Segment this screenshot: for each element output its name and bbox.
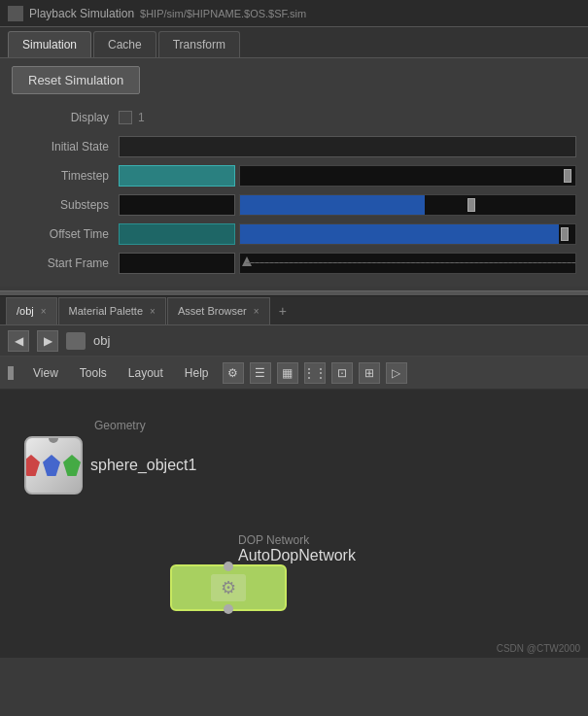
toolbar-row: View Tools Layout Help ⚙ ☰ ▦ ⋮⋮ ⊡ ⊞ ▷ bbox=[0, 357, 588, 390]
net-tab-asset-close[interactable]: × bbox=[254, 306, 259, 317]
net-tab-obj-close[interactable]: × bbox=[41, 306, 47, 317]
dop-type-label: DOP Network bbox=[238, 533, 356, 547]
net-tab-asset[interactable]: Asset Browser × bbox=[167, 297, 270, 324]
start-frame-row: Start Frame 1 bbox=[12, 250, 576, 277]
substeps-control: 3 bbox=[119, 194, 576, 216]
start-frame-marker bbox=[242, 256, 252, 266]
network-view: Geometry sphere_object1 DOP Network Auto… bbox=[0, 390, 588, 658]
net-tab-obj-label: /obj bbox=[17, 305, 34, 317]
toolbar-snap-icon[interactable]: ⊡ bbox=[331, 362, 353, 384]
net-tab-asset-label: Asset Browser bbox=[178, 305, 247, 317]
display-row: Display 1 bbox=[12, 104, 576, 131]
nav-path-label: obj bbox=[93, 333, 110, 348]
net-tab-material-label: Material Palette bbox=[69, 305, 143, 317]
nav-back-button[interactable]: ◀ bbox=[8, 330, 29, 352]
tab-transform[interactable]: Transform bbox=[158, 31, 240, 57]
dop-network-node[interactable]: DOP Network AutoDopNetwork ⚙ bbox=[170, 533, 356, 611]
timestep-input[interactable]: 0.0138889 bbox=[119, 165, 235, 187]
display-control: 1 bbox=[119, 111, 576, 124]
geometry-node-icon[interactable] bbox=[24, 436, 83, 494]
nav-forward-button[interactable]: ▶ bbox=[37, 330, 58, 352]
dop-connector-top bbox=[224, 562, 233, 571]
offset-time-input[interactable]: 0 bbox=[119, 223, 235, 245]
geometry-connector-top bbox=[49, 436, 58, 443]
dop-connector-bottom bbox=[224, 604, 233, 614]
timestep-label: Timestep bbox=[12, 169, 119, 183]
toolbar-help-btn[interactable]: Help bbox=[177, 363, 217, 383]
dop-glyph: ⚙ bbox=[221, 577, 236, 598]
substeps-slider-fill bbox=[240, 195, 425, 215]
display-label: Display bbox=[12, 111, 119, 124]
main-tabs-row: Simulation Cache Transform bbox=[0, 27, 588, 58]
substeps-input[interactable]: 3 bbox=[119, 194, 235, 216]
watermark: CSDN @CTW2000 bbox=[497, 643, 580, 654]
toolbar-view-btn[interactable]: View bbox=[25, 363, 66, 383]
net-tab-material-close[interactable]: × bbox=[150, 306, 156, 317]
start-frame-line bbox=[246, 262, 575, 263]
toolbar-extra-icon[interactable]: ▷ bbox=[386, 362, 407, 384]
dop-network-name: AutoDopNetwork bbox=[238, 547, 356, 564]
start-frame-input[interactable]: 1 bbox=[119, 253, 235, 274]
timestep-row: Timestep 0.0138889 bbox=[12, 162, 576, 189]
top-bar-path: $HIP/sim/$HIPNAME.$OS.$SF.sim bbox=[140, 8, 306, 19]
toolbar-tools-btn[interactable]: Tools bbox=[72, 363, 115, 383]
reset-simulation-button[interactable]: Reset Simulation bbox=[12, 66, 140, 94]
toolbar-gear-icon[interactable]: ⚙ bbox=[223, 362, 244, 384]
top-bar-title: Playback Simulation bbox=[29, 7, 134, 20]
display-value: 1 bbox=[138, 111, 145, 124]
substeps-label: Substeps bbox=[12, 198, 119, 212]
gem-green bbox=[63, 455, 81, 476]
playback-icon bbox=[8, 6, 23, 21]
net-tab-material[interactable]: Material Palette × bbox=[58, 297, 166, 324]
offset-time-slider[interactable] bbox=[239, 223, 576, 245]
simulation-panel: Reset Simulation Display 1 Initial State… bbox=[0, 58, 588, 287]
nav-bar: ◀ ▶ obj bbox=[0, 325, 588, 357]
offset-time-handle[interactable] bbox=[561, 227, 569, 241]
start-frame-label: Start Frame bbox=[12, 256, 119, 270]
gem-red bbox=[24, 455, 40, 476]
toolbar-grid-icon[interactable]: ▦ bbox=[277, 362, 298, 384]
net-tab-add-button[interactable]: + bbox=[271, 297, 294, 324]
toolbar-collapse-icon[interactable] bbox=[8, 366, 19, 380]
toolbar-list-icon[interactable]: ☰ bbox=[250, 362, 271, 384]
substeps-handle[interactable] bbox=[467, 198, 475, 212]
initial-state-input[interactable] bbox=[119, 136, 576, 157]
net-tab-obj[interactable]: /obj × bbox=[6, 297, 57, 324]
display-checkbox[interactable] bbox=[119, 111, 132, 124]
substeps-slider[interactable] bbox=[239, 194, 576, 216]
initial-state-control bbox=[119, 136, 576, 157]
geometry-node-name: sphere_object1 bbox=[90, 457, 196, 474]
initial-state-label: Initial State bbox=[12, 140, 119, 153]
offset-time-control: 0 bbox=[119, 223, 576, 245]
offset-time-fill bbox=[240, 224, 559, 244]
network-tabs-bar: /obj × Material Palette × Asset Browser … bbox=[0, 296, 588, 325]
top-bar: Playback Simulation $HIP/sim/$HIPNAME.$O… bbox=[0, 0, 588, 27]
offset-time-label: Offset Time bbox=[12, 227, 119, 241]
tab-simulation[interactable]: Simulation bbox=[8, 31, 91, 57]
nav-home-icon[interactable] bbox=[66, 332, 86, 350]
timestep-control: 0.0138889 bbox=[119, 165, 576, 187]
dop-labels: DOP Network AutoDopNetwork bbox=[238, 533, 356, 564]
toolbar-layout-btn[interactable]: Layout bbox=[121, 363, 171, 383]
geometry-node[interactable]: Geometry sphere_object1 bbox=[24, 419, 196, 494]
toolbar-dots-icon[interactable]: ⋮⋮ bbox=[304, 362, 326, 384]
start-frame-control: 1 bbox=[119, 253, 576, 274]
offset-time-row: Offset Time 0 bbox=[12, 221, 576, 248]
start-frame-slider[interactable] bbox=[239, 253, 576, 274]
timestep-handle[interactable] bbox=[564, 169, 571, 183]
dop-icon-inner: ⚙ bbox=[211, 574, 246, 601]
substeps-row: Substeps 3 bbox=[12, 191, 576, 219]
timestep-slider[interactable] bbox=[239, 165, 576, 187]
toolbar-layout2-icon[interactable]: ⊞ bbox=[359, 362, 380, 384]
geometry-type-label: Geometry bbox=[94, 419, 196, 432]
tab-cache[interactable]: Cache bbox=[93, 31, 156, 57]
initial-state-row: Initial State bbox=[12, 133, 576, 160]
dop-network-icon[interactable]: ⚙ bbox=[170, 564, 287, 611]
geometry-icon-inner bbox=[24, 455, 81, 476]
gem-blue bbox=[43, 455, 60, 476]
